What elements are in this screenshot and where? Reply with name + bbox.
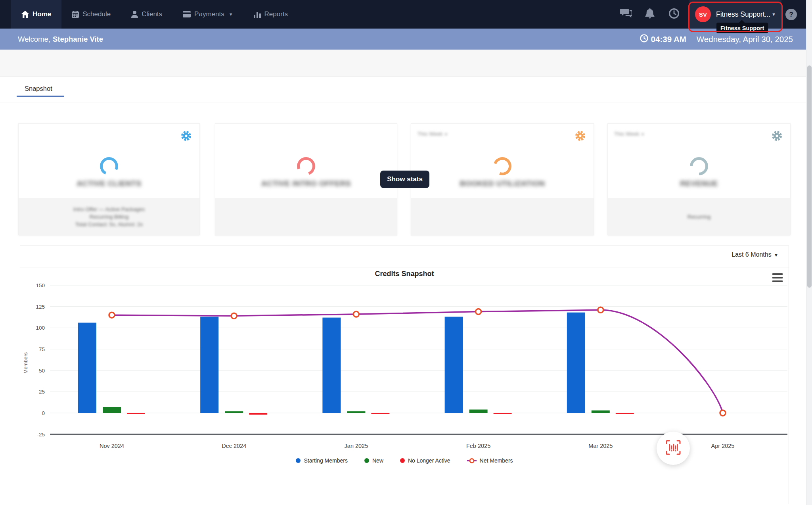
card-footer — [215, 198, 397, 236]
chart-range-dropdown[interactable]: Last 6 Months ▼ — [732, 251, 778, 258]
bar-no-longer-active — [494, 413, 512, 414]
card-footer: Intro Offer — Active Packages Recurring … — [19, 198, 199, 236]
legend-item-starting-members[interactable]: Starting Members — [296, 457, 347, 464]
y-tick-label: 100 — [36, 325, 45, 331]
notifications-button[interactable] — [643, 8, 657, 21]
bar-no-longer-active — [371, 413, 389, 414]
card-title: ACTIVE CLIENTS — [19, 179, 199, 188]
bar-new — [592, 411, 610, 413]
chevron-down-icon: ▾ — [445, 132, 447, 136]
x-tick-label: Feb 2025 — [466, 443, 490, 449]
card-settings-button[interactable] — [772, 131, 782, 143]
hamburger-icon — [772, 273, 783, 275]
card-footer: Recurring — [608, 198, 790, 236]
welcome-user-name: Stephanie Vite — [53, 35, 103, 44]
loading-spinner — [98, 155, 121, 178]
footer-line: Intro Offer — Active Packages — [73, 206, 145, 212]
nav-item-label: Schedule — [82, 10, 111, 18]
legend-item-net-members[interactable]: Net Members — [467, 457, 513, 464]
show-stats-button[interactable]: Show stats — [380, 171, 429, 188]
chart-menu-button[interactable] — [772, 273, 783, 282]
legend-marker-icon — [400, 458, 405, 463]
line-marker — [476, 309, 481, 315]
divider — [20, 267, 789, 267]
card-footer — [411, 198, 594, 236]
nav-item-label: Home — [33, 10, 51, 18]
current-time: 04:39 AM — [640, 34, 686, 44]
clock-icon — [669, 8, 679, 20]
y-tick-label: 125 — [36, 304, 45, 310]
dropdown-label: This Week — [614, 131, 640, 137]
legend-line-marker-icon — [467, 458, 477, 464]
stat-card-booked-utilization: This Week ▾ BOOKED UTILIZATION — [411, 123, 594, 235]
bar-starting-members — [445, 317, 463, 413]
hamburger-icon — [772, 277, 783, 278]
line-marker — [231, 313, 237, 319]
card-range-dropdown[interactable]: This Week ▾ — [614, 131, 644, 137]
y-tick-label: 50 — [39, 368, 45, 374]
card-settings-button[interactable] — [575, 131, 586, 143]
bar-starting-members — [322, 318, 341, 413]
chart-title: Credits Snapshot — [20, 270, 789, 278]
card-title: BOOKED UTILIZATION — [411, 179, 594, 188]
greeting-text: Welcome, — [18, 35, 50, 44]
scrollbar-thumb[interactable] — [807, 65, 812, 288]
bar-starting-members — [200, 317, 218, 413]
bar-no-longer-active — [616, 413, 634, 414]
y-tick-label: -25 — [37, 432, 45, 438]
line-marker — [598, 307, 603, 313]
nav-item-label: Payments — [194, 10, 224, 18]
dropdown-label: This Week — [417, 131, 443, 137]
x-tick-label: Jan 2025 — [345, 443, 368, 449]
main-navigation: Home Schedule Clients Payments ▼ Repor — [11, 0, 298, 29]
card-range-dropdown[interactable]: This Week ▾ — [417, 131, 447, 137]
nav-item-payments[interactable]: Payments ▼ — [172, 0, 243, 29]
calendar-icon — [72, 11, 79, 18]
y-tick-label: 0 — [42, 410, 45, 416]
legend-label: New — [372, 457, 383, 464]
scrollbar-track — [806, 0, 812, 505]
legend-label: Starting Members — [304, 457, 347, 464]
bell-icon — [645, 8, 655, 20]
nav-item-clients[interactable]: Clients — [121, 0, 172, 29]
card-title: ACTIVE INTRO OFFERS — [215, 179, 397, 188]
bar-starting-members — [567, 313, 585, 413]
footer-line: Recurring — [688, 214, 711, 220]
x-tick-label: Apr 2025 — [711, 443, 735, 449]
nav-item-schedule[interactable]: Schedule — [61, 0, 121, 29]
bar-no-longer-active — [249, 413, 267, 415]
legend-item-no-longer-active[interactable]: No Longer Active — [400, 457, 450, 464]
time-text: 04:39 AM — [651, 35, 686, 44]
nav-item-reports[interactable]: Reports — [243, 0, 299, 29]
current-date: Wednesday, April 30, 2025 — [697, 35, 793, 44]
loading-spinner — [490, 154, 514, 178]
chat-icon — [620, 9, 632, 20]
nav-item-label: Reports — [264, 10, 288, 18]
credits-snapshot-panel: Last 6 Months ▼ Credits Snapshot 1501251… — [20, 246, 789, 504]
barcode-scan-button[interactable] — [657, 432, 690, 465]
footer-line: Total Contact: 5x, Alumni: 2x — [75, 221, 143, 227]
user-tooltip: Fitness Support — [716, 23, 768, 33]
history-button[interactable] — [667, 8, 681, 21]
home-icon — [21, 11, 29, 18]
nav-item-home[interactable]: Home — [11, 0, 61, 29]
y-axis-label: Members — [23, 352, 29, 374]
bar-starting-members — [78, 323, 96, 413]
bar-chart-icon — [254, 11, 261, 18]
bar-new — [347, 411, 365, 413]
tab-snapshot[interactable]: Snapshot — [25, 80, 52, 98]
question-mark-icon: ? — [789, 11, 793, 19]
chevron-down-icon: ▼ — [772, 0, 776, 29]
footer-line: Recurring Billing — [90, 214, 128, 220]
hamburger-icon — [772, 280, 783, 282]
bar-new — [469, 409, 488, 413]
stat-card-revenue: This Week ▾ REVENUE Recurring — [607, 123, 791, 235]
bar-no-longer-active — [127, 413, 145, 414]
welcome-message: Welcome, Stephanie Vite — [18, 29, 103, 50]
messages-button[interactable] — [619, 8, 633, 21]
help-button[interactable]: ? — [785, 9, 797, 20]
gear-icon — [181, 136, 192, 142]
legend-item-new[interactable]: New — [364, 457, 383, 464]
legend-marker-icon — [296, 458, 301, 463]
card-settings-button[interactable] — [181, 131, 192, 143]
